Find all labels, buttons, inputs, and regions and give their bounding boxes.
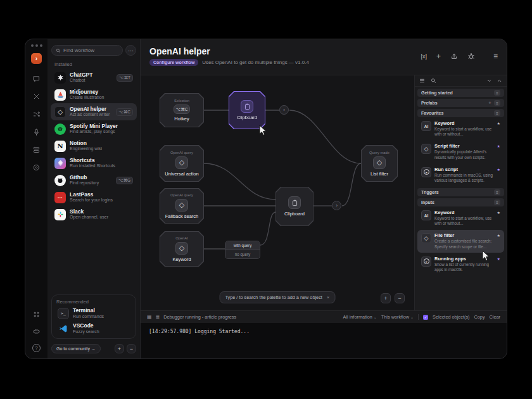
section-favourites[interactable]: Favourites ≡ bbox=[417, 109, 504, 117]
hotkey-keys-icon: ⌥⌘C bbox=[174, 104, 191, 114]
configure-workflow-badge[interactable]: Configure workflow bbox=[149, 59, 198, 66]
zoom-out-button[interactable]: − bbox=[395, 293, 405, 303]
star-icon[interactable]: ★ bbox=[497, 121, 500, 125]
node-list-filter[interactable]: Query made ◇ List filter bbox=[361, 145, 398, 182]
filter-this-workflow[interactable]: This workflow ⌄ bbox=[381, 314, 414, 320]
close-icon[interactable]: × bbox=[327, 294, 330, 300]
search-input[interactable] bbox=[63, 48, 118, 53]
copy-button[interactable]: Copy bbox=[474, 314, 485, 320]
node-hotkey[interactable]: Selection ⌥⌘C Hotkey bbox=[160, 93, 204, 127]
vscode-icon bbox=[58, 323, 69, 334]
diamond-icon: ◇ bbox=[175, 199, 188, 212]
games-icon[interactable] bbox=[32, 92, 41, 101]
add-icon[interactable]: + bbox=[436, 52, 441, 61]
share-icon[interactable] bbox=[450, 53, 458, 60]
node-universal-action[interactable]: OpenAI query ◇ Universal action bbox=[160, 145, 204, 182]
shuffle-icon[interactable] bbox=[32, 110, 41, 118]
debug-list-icon[interactable]: ≣ bbox=[156, 314, 160, 320]
drag-handle-icon[interactable]: ≡ bbox=[494, 200, 500, 205]
section-triggers[interactable]: Triggers ≡ bbox=[417, 188, 504, 196]
filter-all-information[interactable]: All information ⌄ bbox=[343, 314, 377, 320]
star-icon[interactable]: ★ bbox=[497, 256, 500, 261]
palette-item-keyword[interactable]: AI Keyword Keyword to start a workflow, … bbox=[417, 118, 504, 140]
debug-grid-icon[interactable]: ▦ bbox=[147, 314, 152, 320]
sidebar: ⋯ Installed ChatGPTChatbot ⌥⌘T Midjourne… bbox=[48, 39, 141, 358]
script-filter-icon: ◇ bbox=[421, 144, 431, 154]
sidebar-item-notion[interactable]: N NotionEngineering wiki bbox=[51, 137, 137, 155]
expand-all-icon[interactable] bbox=[497, 78, 502, 84]
sidebar-item-chatgpt[interactable]: ChatGPTChatbot ⌥⌘T bbox=[51, 69, 137, 86]
apps-icon[interactable] bbox=[32, 310, 41, 319]
sidebar-item-lastpass[interactable]: ••• LastPassSearch for your logins bbox=[51, 189, 137, 206]
palette-search-hint[interactable]: Type / to search the palette to add a ne… bbox=[219, 291, 335, 303]
palette-item-file-filter[interactable]: ◇ File filter Create a customised file s… bbox=[417, 230, 504, 252]
installed-label: Installed bbox=[54, 61, 133, 67]
window-controls[interactable] bbox=[31, 44, 42, 47]
running-apps-icon: ▸ bbox=[421, 256, 431, 267]
star-icon[interactable]: ★ bbox=[497, 144, 500, 148]
page: › ? bbox=[0, 0, 532, 399]
debugger-log: [14:29:57.980] Logging Started... bbox=[141, 323, 507, 358]
clipboard-icon bbox=[288, 196, 301, 209]
messages-icon[interactable] bbox=[32, 74, 41, 83]
palette-item-script-filter[interactable]: ◇ Script filter Dynamically populate Alf… bbox=[417, 141, 504, 163]
location-icon[interactable] bbox=[32, 163, 41, 172]
star-icon[interactable]: ★ bbox=[497, 233, 500, 238]
sidebar-item-github[interactable]: GithubFind repository ⌥⌘G bbox=[51, 172, 137, 189]
sidebar-item-shortcuts[interactable]: ShortcutsRun installed Shortcuts bbox=[51, 155, 137, 172]
notion-icon: N bbox=[54, 141, 66, 152]
diamond-icon: ◇ bbox=[175, 156, 188, 169]
add-workflow-button[interactable]: + bbox=[115, 344, 124, 353]
workflow-canvas[interactable]: Selection ⌥⌘C Hotkey Clipboard bbox=[141, 75, 414, 310]
sidebar-item-vscode[interactable]: VSCodeFuzzy search bbox=[54, 321, 134, 336]
drag-handle-icon[interactable]: ≡ bbox=[494, 100, 500, 106]
launcher-button[interactable]: › bbox=[31, 53, 42, 64]
recommended-label: Recommended bbox=[56, 299, 131, 305]
dictation-icon[interactable] bbox=[32, 127, 41, 136]
list-icon[interactable] bbox=[419, 78, 425, 84]
node-clipboard-2[interactable]: Clipboard bbox=[276, 187, 314, 226]
node-clipboard-1[interactable]: Clipboard bbox=[229, 91, 265, 129]
collapse-all-icon[interactable] bbox=[486, 78, 492, 84]
zoom-in-button[interactable]: + bbox=[381, 293, 391, 303]
menu-icon[interactable]: ≡ bbox=[493, 52, 498, 61]
star-icon[interactable]: ★ bbox=[497, 210, 500, 215]
add-prefab-icon[interactable]: + bbox=[488, 100, 491, 106]
palette-item-running-apps[interactable]: ▸ Running apps Show a list of currently … bbox=[417, 253, 504, 276]
selected-objects-label: Selected object(s) bbox=[433, 314, 469, 320]
debug-icon[interactable] bbox=[467, 53, 475, 60]
community-button[interactable]: Go to community → bbox=[51, 344, 101, 353]
palette-item-keyword-input[interactable]: AI Keyword Keyword to start a workflow, … bbox=[417, 207, 504, 229]
capsule-icon[interactable] bbox=[32, 327, 41, 336]
section-prefabs[interactable]: Prefabs + ≡ bbox=[417, 99, 504, 107]
sidebar-item-spotify[interactable]: Spotify Mini PlayerFind artists, play so… bbox=[51, 120, 137, 137]
variable-icon[interactable]: [x] bbox=[421, 53, 427, 60]
sidebar-item-slack[interactable]: SlackOpen channel, user bbox=[51, 206, 137, 223]
stack-icon[interactable] bbox=[32, 145, 41, 154]
drag-handle-icon[interactable]: ≡ bbox=[494, 189, 500, 195]
recommended-card: Recommended >_ TerminalRun commands VSCo… bbox=[51, 294, 136, 339]
workflow-search[interactable] bbox=[51, 45, 123, 56]
node-query-condition[interactable]: with query no query bbox=[225, 241, 260, 259]
sidebar-item-midjourney[interactable]: MidjourneyCreate illustration bbox=[51, 86, 137, 103]
drag-handle-icon[interactable]: ≡ bbox=[494, 90, 500, 96]
output-port[interactable]: › bbox=[279, 105, 289, 115]
clear-button[interactable]: Clear bbox=[490, 314, 500, 320]
help-icon[interactable]: ? bbox=[32, 344, 41, 352]
node-keyword[interactable]: OpenAI ◇ Keyword bbox=[160, 231, 204, 267]
sidebar-item-openai-helper[interactable]: ◇ OpenAI helperAct as content writer ⌥⌘C bbox=[51, 103, 137, 120]
drag-handle-icon[interactable]: ≡ bbox=[494, 110, 500, 116]
output-port[interactable]: › bbox=[332, 201, 341, 210]
palette-item-run-script[interactable]: ▸ Run script Run commands in macOS, usin… bbox=[417, 164, 504, 186]
search-icon bbox=[56, 48, 61, 53]
selected-objects-checkbox[interactable]: ✓ bbox=[423, 315, 428, 320]
remove-workflow-button[interactable]: − bbox=[127, 344, 136, 353]
more-icon[interactable]: ⋯ bbox=[125, 45, 136, 56]
diamond-icon: ◇ bbox=[373, 156, 386, 169]
search-icon[interactable] bbox=[431, 78, 436, 84]
section-inputs[interactable]: Inputs ≡ bbox=[417, 198, 504, 206]
node-fallback-search[interactable]: OpenAI query ◇ Fallback search bbox=[160, 188, 204, 224]
sidebar-item-terminal[interactable]: >_ TerminalRun commands bbox=[54, 306, 134, 321]
section-getting-started[interactable]: Getting started ≡ bbox=[417, 89, 504, 97]
star-icon[interactable]: ★ bbox=[497, 167, 500, 172]
